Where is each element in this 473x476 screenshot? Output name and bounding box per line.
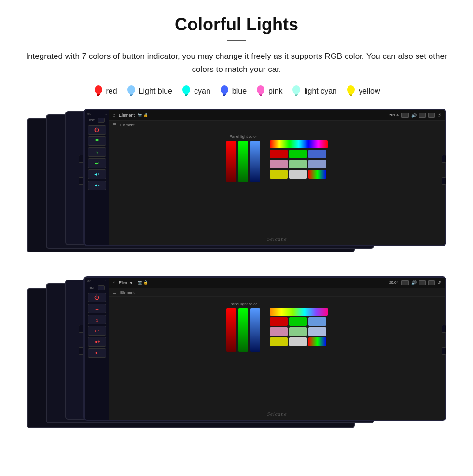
menu-btn[interactable]: ☰ bbox=[88, 136, 106, 146]
watermark-top: Seicane bbox=[267, 236, 287, 242]
swatch-yellow-2 bbox=[270, 337, 288, 346]
cam-icon-2 bbox=[401, 280, 409, 285]
svg-point-18 bbox=[347, 85, 355, 94]
color-label-cyan: cyan bbox=[194, 87, 210, 96]
vol-up-icon-2: ◄+ bbox=[93, 339, 100, 344]
rainbow-swatch bbox=[270, 140, 328, 148]
swatch-blue bbox=[308, 150, 326, 158]
svg-point-12 bbox=[257, 85, 264, 94]
nav-icon-2 bbox=[428, 280, 435, 285]
home-status-icon: ⌂ bbox=[113, 112, 116, 118]
left-bracket-top bbox=[79, 155, 83, 163]
back-btn-2[interactable]: ↩ bbox=[88, 326, 106, 336]
swatch-row-2 bbox=[270, 160, 328, 168]
power-btn[interactable]: ⏻ bbox=[88, 125, 106, 135]
color-label-yellow: yellow bbox=[359, 87, 380, 96]
rst-buttons: RST bbox=[87, 117, 107, 124]
vol-down-icon-2: ◄- bbox=[94, 350, 100, 355]
blue-bar bbox=[250, 141, 260, 182]
red-bar-2 bbox=[226, 308, 236, 352]
rst-label-2: RST bbox=[89, 286, 95, 289]
menu-icon: ☰ bbox=[95, 139, 99, 143]
color-label-lightblue: Light blue bbox=[139, 87, 172, 96]
left-mount-brackets-2 bbox=[79, 325, 83, 355]
rst-btn[interactable] bbox=[98, 118, 105, 123]
swatch-multicolor bbox=[308, 170, 326, 179]
color-bars-section: Panel light color bbox=[226, 134, 260, 182]
back-icon: ↩ bbox=[95, 160, 99, 167]
color-item-lightblue: Light blue bbox=[126, 84, 172, 98]
power-btn-2[interactable]: ⏻ bbox=[88, 293, 106, 302]
svg-rect-2 bbox=[97, 95, 99, 96]
swatch-red bbox=[270, 150, 288, 158]
swatch-white-2 bbox=[289, 337, 307, 346]
status-left-2: ⌂ Element 📷 🔒 bbox=[113, 280, 148, 285]
right-bracket-top-2 bbox=[442, 325, 446, 333]
page-container: Colorful Lights Integrated with 7 colors… bbox=[0, 0, 473, 456]
color-item-blue: blue bbox=[219, 84, 247, 98]
power-icon-2: ⏻ bbox=[94, 294, 99, 300]
page-title: Colorful Lights bbox=[19, 14, 454, 35]
right-mount-brackets-2 bbox=[442, 325, 446, 355]
vol-up-btn[interactable]: ◄+ bbox=[88, 169, 106, 179]
menu-btn-2[interactable]: ☰ bbox=[88, 304, 106, 313]
menu-icon-2: ☰ bbox=[95, 306, 99, 311]
status-bar-2: ⌂ Element 📷 🔒 20:04 🔊 ↺ bbox=[109, 278, 445, 288]
color-item-yellow: yellow bbox=[346, 84, 380, 98]
home-btn-2[interactable]: ⌂ bbox=[88, 315, 106, 324]
title-divider bbox=[227, 40, 246, 41]
power-icon: ⏻ bbox=[94, 127, 99, 133]
bottom-device-row: MIC1 RST ⏻ ☰ ⌂ ↩ bbox=[19, 275, 454, 441]
nav-icon bbox=[428, 113, 435, 118]
back-nav-icon: ↺ bbox=[437, 113, 441, 118]
swatch-yellow bbox=[270, 170, 288, 179]
svg-rect-11 bbox=[223, 95, 225, 96]
svg-point-0 bbox=[95, 85, 102, 94]
right-bracket-bot bbox=[442, 177, 446, 185]
svg-point-9 bbox=[221, 85, 228, 94]
back-btn[interactable]: ↩ bbox=[88, 158, 106, 168]
lightcyan-bulb-icon bbox=[291, 84, 302, 98]
vol-down-btn-2[interactable]: ◄- bbox=[88, 348, 106, 358]
swatch-mint-2 bbox=[289, 327, 307, 336]
device-front-top: MIC1 RST ⏻ ☰ ⌂ bbox=[83, 109, 446, 246]
color-item-pink: pink bbox=[255, 84, 282, 98]
swatch-blue-2 bbox=[308, 317, 326, 326]
swatch-multi-2 bbox=[308, 337, 326, 346]
screen-content-2: Panel light color bbox=[109, 297, 445, 420]
device-stack-top: MIC1 RST ⏻ ☰ ⌂ bbox=[27, 109, 446, 263]
menu-sub-icon-2: ☰ bbox=[113, 290, 116, 294]
screen-icon-2 bbox=[419, 280, 426, 285]
vol-up-btn-2[interactable]: ◄+ bbox=[88, 337, 106, 347]
swatch-pink bbox=[270, 160, 288, 168]
home-status-icon-2: ⌂ bbox=[113, 280, 116, 285]
svg-rect-14 bbox=[260, 95, 262, 96]
left-bracket-top-2 bbox=[79, 325, 83, 333]
green-bar bbox=[238, 141, 248, 182]
back-icon-2: ↩ bbox=[95, 328, 99, 334]
blue-bar-2 bbox=[250, 308, 260, 352]
left-bracket-bot-2 bbox=[79, 347, 83, 355]
swatch-red-2 bbox=[270, 317, 288, 326]
left-side-panel-2: MIC1 RST ⏻ ☰ ⌂ ↩ bbox=[85, 278, 109, 420]
color-label-lightcyan: light cyan bbox=[304, 87, 337, 96]
home-btn[interactable]: ⌂ bbox=[88, 147, 106, 157]
right-bracket-top bbox=[442, 155, 446, 163]
swatch-row-3-2 bbox=[270, 337, 328, 346]
panel-light-label: Panel light color bbox=[230, 134, 257, 139]
swatch-green-2 bbox=[289, 317, 307, 326]
swatch-pink-2 bbox=[270, 327, 288, 336]
back-nav-icon-2: ↺ bbox=[437, 280, 441, 285]
swatches-section-2 bbox=[270, 308, 328, 346]
vol-up-icon: ◄+ bbox=[93, 172, 100, 177]
color-item-lightcyan: light cyan bbox=[291, 84, 337, 98]
screen-area-top: ⌂ Element 📷 🔒 20:04 🔊 ↺ bbox=[109, 110, 445, 245]
element-sub-title: Element bbox=[120, 123, 134, 127]
bars-container bbox=[226, 141, 260, 182]
lightblue-bulb-icon bbox=[126, 84, 137, 98]
status-left: ⌂ Element 📷 🔒 bbox=[113, 112, 148, 118]
home-icon: ⌂ bbox=[95, 149, 98, 155]
svg-rect-20 bbox=[350, 95, 352, 96]
vol-down-btn[interactable]: ◄- bbox=[88, 181, 106, 190]
rst-btn-2[interactable] bbox=[98, 285, 105, 290]
